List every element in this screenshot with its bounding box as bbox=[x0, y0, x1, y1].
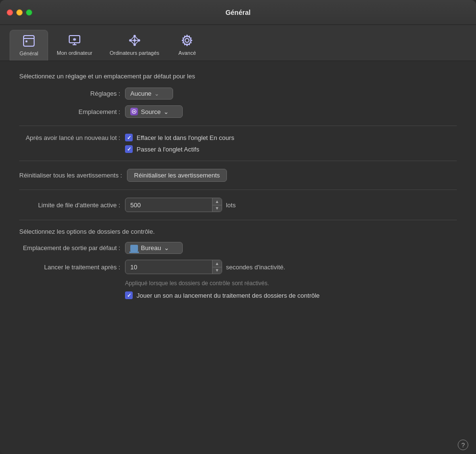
lancer-row: Lancer le traitement après : 10 ▲ ▼ seco… bbox=[19, 260, 457, 274]
section1-title: Sélectionnez un réglage et un emplacemen… bbox=[19, 73, 457, 80]
limit-unit: lots bbox=[226, 202, 236, 209]
svg-rect-2 bbox=[25, 40, 27, 42]
svg-point-22 bbox=[134, 111, 135, 113]
lancer-label: Lancer le traitement après : bbox=[19, 264, 125, 271]
emplacement-select[interactable]: Source ⌄ bbox=[125, 105, 183, 118]
checkbox1-wrapper: ✓ Effacer le lot dans l'onglet En cours bbox=[125, 134, 234, 141]
limit-row: Limite de file d'attente active : 500 ▲ … bbox=[19, 198, 457, 212]
title-bar: Général bbox=[0, 0, 476, 25]
lancer-input[interactable]: 10 bbox=[125, 261, 212, 273]
sound-label: Jouer un son au lancement du traitement … bbox=[137, 292, 320, 299]
main-content: Sélectionnez un réglage et un emplacemen… bbox=[0, 61, 476, 436]
traffic-lights bbox=[7, 9, 32, 15]
checkbox-passer[interactable]: ✓ bbox=[125, 145, 133, 153]
sound-checkbox-wrapper: ✓ Jouer un son au lancement du traitemen… bbox=[125, 291, 320, 299]
limit-label: Limite de file d'attente active : bbox=[19, 202, 125, 209]
divider-1 bbox=[19, 126, 457, 126]
help-button[interactable]: ? bbox=[458, 440, 468, 450]
tab-ordinateurs-partages[interactable]: Ordinateurs partagés bbox=[101, 30, 168, 61]
reglages-value: Aucune bbox=[130, 90, 151, 97]
tab-mon-ordinateur[interactable]: Mon ordinateur bbox=[48, 30, 101, 61]
lancer-down[interactable]: ▼ bbox=[213, 267, 222, 274]
after-launch-label: Après avoir lancé un nouveau lot : bbox=[19, 134, 125, 141]
svg-point-19 bbox=[133, 39, 136, 42]
limit-stepper: 500 ▲ ▼ bbox=[125, 198, 222, 212]
help-area: ? bbox=[0, 436, 476, 454]
sound-check-icon: ✓ bbox=[127, 292, 131, 299]
emplacement-value: Source bbox=[141, 108, 161, 115]
emplacement-label: Emplacement : bbox=[19, 108, 125, 115]
svg-point-20 bbox=[185, 38, 189, 42]
main-window: Général Général bbox=[0, 0, 476, 454]
stepper-arrows: ▲ ▼ bbox=[212, 198, 222, 212]
reglages-chevron-icon: ⌄ bbox=[154, 90, 159, 97]
checkbox-effacer[interactable]: ✓ bbox=[125, 134, 133, 141]
sortie-select[interactable]: Bureau ⌄ bbox=[125, 242, 183, 254]
sortie-row: Emplacement de sortie par défaut : Burea… bbox=[19, 242, 457, 254]
svg-rect-0 bbox=[24, 36, 34, 46]
check2-icon: ✓ bbox=[127, 146, 131, 152]
reinit-label: Réinitialiser tous les avertissements : bbox=[19, 172, 127, 179]
reglages-select[interactable]: Aucune ⌄ bbox=[125, 88, 173, 100]
svg-point-18 bbox=[133, 44, 136, 46]
checkbox2-wrapper: ✓ Passer à l'onglet Actifs bbox=[125, 145, 234, 153]
check-icon: ✓ bbox=[127, 135, 131, 141]
reinit-button[interactable]: Réinitialiser les avertissements bbox=[127, 169, 227, 182]
emplacement-row: Emplacement : Source ⌄ bbox=[19, 105, 457, 118]
tab-general[interactable]: Général bbox=[10, 30, 48, 61]
svg-point-15 bbox=[133, 35, 136, 38]
after-launch-row: Après avoir lancé un nouveau lot : ✓ Eff… bbox=[19, 134, 457, 153]
divider-2 bbox=[19, 161, 457, 161]
svg-point-16 bbox=[129, 39, 131, 42]
shared-icon bbox=[127, 33, 142, 48]
sortie-value: Bureau bbox=[141, 244, 161, 252]
tab-avance-label: Avancé bbox=[178, 50, 196, 56]
reglages-label: Réglages : bbox=[19, 90, 125, 97]
stepper-down[interactable]: ▼ bbox=[213, 205, 222, 212]
limit-input[interactable]: 500 bbox=[125, 199, 212, 211]
lancer-up[interactable]: ▲ bbox=[213, 260, 222, 267]
tab-general-label: Général bbox=[19, 50, 38, 56]
computer-icon bbox=[67, 33, 82, 48]
general-icon bbox=[21, 33, 37, 49]
lancer-arrows: ▲ ▼ bbox=[212, 260, 222, 274]
reinit-row: Réinitialiser tous les avertissements : … bbox=[19, 169, 457, 182]
tab-avance[interactable]: Avancé bbox=[168, 30, 206, 61]
checkbox-sound[interactable]: ✓ bbox=[125, 291, 133, 299]
gear-icon bbox=[179, 33, 195, 48]
svg-point-17 bbox=[138, 39, 140, 42]
tab-ordinateurs-partages-label: Ordinateurs partagés bbox=[110, 50, 159, 56]
after-launch-checkboxes: ✓ Effacer le lot dans l'onglet En cours … bbox=[125, 134, 234, 153]
emplacement-chevron-icon: ⌄ bbox=[163, 108, 169, 115]
sound-row: ✓ Jouer un son au lancement du traitemen… bbox=[19, 291, 457, 299]
minimize-button[interactable] bbox=[16, 9, 23, 15]
tab-mon-ordinateur-label: Mon ordinateur bbox=[57, 50, 92, 56]
reglages-row: Réglages : Aucune ⌄ bbox=[19, 88, 457, 100]
sortie-chevron-icon: ⌄ bbox=[164, 244, 169, 252]
section5-title: Sélectionnez les options de dossiers de … bbox=[19, 228, 457, 235]
sortie-label: Emplacement de sortie par défaut : bbox=[19, 244, 125, 252]
toolbar: Général Mon ordinateur bbox=[0, 25, 476, 61]
apply-note: Appliqué lorsque les dossiers de contrôl… bbox=[125, 280, 457, 287]
maximize-button[interactable] bbox=[26, 9, 32, 15]
divider-4 bbox=[19, 220, 457, 220]
source-icon bbox=[130, 108, 138, 115]
divider-3 bbox=[19, 189, 457, 190]
close-button[interactable] bbox=[7, 9, 13, 15]
stepper-up[interactable]: ▲ bbox=[213, 198, 222, 205]
checkbox1-label: Effacer le lot dans l'onglet En cours bbox=[137, 134, 234, 141]
checkbox2-label: Passer à l'onglet Actifs bbox=[137, 146, 199, 153]
bureau-icon bbox=[130, 245, 138, 252]
window-title: Général bbox=[225, 9, 251, 16]
lancer-unit: secondes d'inactivité. bbox=[226, 264, 285, 271]
lancer-stepper: 10 ▲ ▼ bbox=[125, 260, 222, 274]
